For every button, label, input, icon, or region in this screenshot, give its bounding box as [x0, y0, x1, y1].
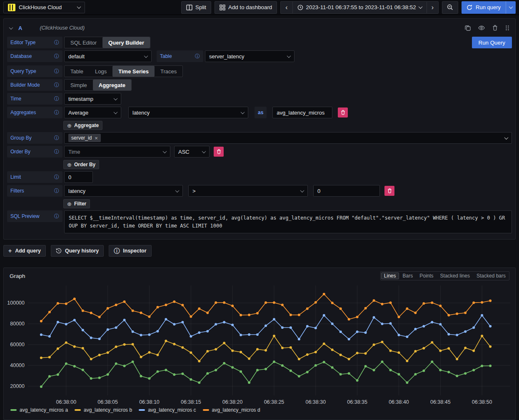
- remove-chip-icon[interactable]: ×: [95, 135, 98, 141]
- datasource-picker[interactable]: ClickHouse Cloud: [3, 2, 85, 13]
- info-icon[interactable]: ⓘ: [54, 188, 59, 193]
- group-by-label-box: Group By ⓘ: [7, 132, 62, 144]
- svg-text:06:38:35: 06:38:35: [347, 399, 367, 405]
- query-type-time-series[interactable]: Time Series: [112, 66, 155, 77]
- filter-operator-select[interactable]: >: [188, 185, 308, 197]
- remove-order-by-button[interactable]: [214, 147, 224, 157]
- info-icon[interactable]: ⓘ: [54, 82, 59, 88]
- zoom-out-button[interactable]: [442, 1, 458, 14]
- legend-series-color-chip: [10, 409, 17, 411]
- editor-type-query-builder[interactable]: Query Builder: [102, 37, 150, 48]
- add-to-dashboard-button[interactable]: Add to dashboard: [215, 1, 277, 14]
- drag-handle-icon[interactable]: [505, 25, 509, 31]
- remove-filter-button[interactable]: [384, 186, 394, 196]
- filter-column-select[interactable]: latency: [64, 185, 183, 197]
- editor-type-sql-editor[interactable]: SQL Editor: [65, 37, 102, 48]
- chevron-down-icon: [114, 110, 118, 114]
- add-order-by-button[interactable]: ⊕ Order By: [63, 160, 99, 169]
- svg-text:06:38:05: 06:38:05: [97, 399, 118, 405]
- remove-aggregate-button[interactable]: [338, 108, 348, 118]
- info-icon[interactable]: ⓘ: [54, 135, 59, 140]
- clock-icon: [297, 5, 303, 10]
- inspector-label: Inspector: [123, 248, 146, 254]
- builder-mode-simple[interactable]: Simple: [65, 80, 93, 90]
- legend-series-color-chip: [203, 409, 209, 411]
- aggregate-function-select[interactable]: Average: [64, 107, 121, 118]
- run-query-button[interactable]: Run query: [462, 1, 506, 14]
- svg-text:06:38:15: 06:38:15: [181, 399, 201, 405]
- limit-value: 0: [68, 174, 71, 180]
- add-aggregate-button[interactable]: ⊕ Aggregate: [63, 121, 102, 130]
- database-label: Database: [10, 53, 32, 59]
- info-icon[interactable]: ⓘ: [54, 54, 59, 59]
- legend-item[interactable]: avg_latency_micros a: [10, 407, 68, 413]
- info-icon[interactable]: ⓘ: [54, 96, 59, 101]
- query-type-label-box: Query Type ⓘ: [7, 65, 62, 77]
- copy-query-icon[interactable]: [465, 25, 471, 31]
- zoom-out-icon: [447, 4, 453, 10]
- editor-type-segmented: SQL Editor Query Builder: [64, 37, 150, 48]
- alias-input[interactable]: avg_latency_micros: [272, 107, 332, 118]
- aggregate-column-select[interactable]: latency: [128, 107, 248, 118]
- run-query-label: Run query: [476, 4, 501, 10]
- group-by-multiselect[interactable]: server_id ×: [64, 132, 512, 144]
- time-forward-button[interactable]: ›: [427, 1, 439, 14]
- collapse-chevron-icon[interactable]: [9, 25, 13, 30]
- graph-style-radio-group: Lines Bars Points Stacked lines Stacked …: [380, 271, 509, 280]
- time-column-select[interactable]: timestamp: [64, 93, 121, 105]
- query-type-label: Query Type: [10, 68, 36, 74]
- delete-query-icon[interactable]: [492, 25, 498, 31]
- builder-mode-aggregate[interactable]: Aggregate: [93, 80, 131, 90]
- info-icon[interactable]: ⓘ: [54, 149, 59, 154]
- order-by-direction-select[interactable]: ASC: [174, 146, 210, 158]
- query-type-traces[interactable]: Traces: [155, 66, 182, 77]
- row-aggregates: Aggregates ⓘ Average latency as avg_late…: [7, 107, 512, 118]
- timeseries-chart[interactable]: 06:38:0006:38:0506:38:1006:38:1506:38:20…: [7, 281, 512, 405]
- query-ref-id[interactable]: A: [18, 25, 22, 31]
- eye-icon[interactable]: [478, 25, 485, 30]
- run-query-dropdown[interactable]: [506, 1, 516, 14]
- query-type-logs[interactable]: Logs: [89, 66, 112, 77]
- time-back-button[interactable]: ‹: [280, 1, 292, 14]
- legend-item[interactable]: avg_latency_micros d: [203, 407, 260, 413]
- info-icon[interactable]: ⓘ: [54, 69, 59, 74]
- chevron-down-icon: [202, 149, 206, 153]
- editor-run-query-button[interactable]: Run Query: [472, 37, 512, 48]
- row-filters: Filters ⓘ latency > 0: [7, 185, 512, 197]
- add-query-button[interactable]: + Add query: [3, 245, 46, 257]
- info-icon[interactable]: ⓘ: [54, 214, 59, 219]
- info-icon[interactable]: ⓘ: [195, 54, 200, 59]
- datasource-name: ClickHouse Cloud: [19, 4, 74, 10]
- graph-panel: Graph Lines Bars Points Stacked lines St…: [3, 268, 516, 420]
- info-icon[interactable]: ⓘ: [54, 110, 59, 115]
- table-select[interactable]: server_latency: [205, 50, 294, 62]
- database-select[interactable]: default: [64, 50, 152, 62]
- filter-value-input[interactable]: 0: [313, 185, 380, 197]
- trash-icon: [387, 188, 392, 193]
- graph-style-bars[interactable]: Bars: [400, 272, 416, 279]
- limit-input[interactable]: 0: [64, 171, 93, 183]
- order-by-field-select[interactable]: Time: [64, 146, 170, 158]
- graph-style-stacked-lines[interactable]: Stacked lines: [437, 272, 473, 279]
- info-icon[interactable]: ⓘ: [54, 40, 59, 45]
- graph-style-lines[interactable]: Lines: [381, 272, 399, 279]
- plus-icon: +: [8, 248, 12, 254]
- svg-text:60000: 60000: [10, 342, 25, 348]
- query-history-button[interactable]: Query history: [51, 245, 104, 257]
- time-range-button[interactable]: 2023-11-01 06:37:55 to 2023-11-01 06:38:…: [292, 1, 427, 14]
- query-type-table[interactable]: Table: [65, 66, 89, 77]
- inspector-button[interactable]: ⓘ Inspector: [109, 245, 151, 257]
- add-filter-button[interactable]: ⊕ Filter: [63, 199, 90, 208]
- group-by-chip-label: server_id: [71, 135, 92, 141]
- chevron-down-icon: [144, 54, 148, 58]
- order-by-label: Order By: [10, 149, 30, 155]
- legend-item[interactable]: avg_latency_micros b: [75, 407, 132, 413]
- info-icon[interactable]: ⓘ: [54, 175, 59, 180]
- split-button[interactable]: Split: [181, 1, 211, 14]
- graph-style-stacked-bars[interactable]: Stacked bars: [474, 272, 509, 279]
- legend-series-color-chip: [139, 409, 145, 411]
- graph-style-points[interactable]: Points: [417, 272, 436, 279]
- svg-text:06:38:25: 06:38:25: [264, 399, 284, 405]
- legend-item[interactable]: avg_latency_micros c: [139, 407, 196, 413]
- chart-canvas[interactable]: 06:38:0006:38:0506:38:1006:38:1506:38:20…: [7, 282, 513, 405]
